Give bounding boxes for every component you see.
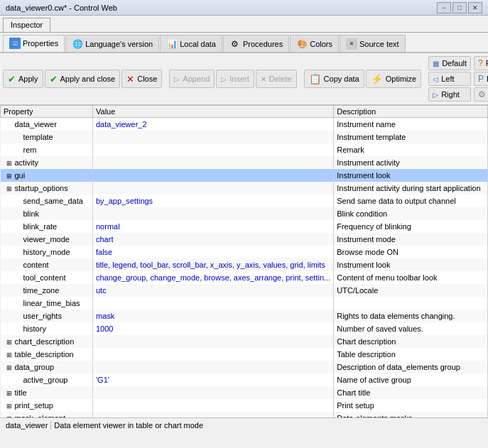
table-row[interactable]: active_group'G1'Name of active group xyxy=(1,373,488,386)
value-cell[interactable] xyxy=(93,361,334,373)
value-cell[interactable] xyxy=(93,386,334,399)
expand-icon[interactable]: ⊞ xyxy=(6,351,15,359)
value-cell[interactable] xyxy=(93,131,334,143)
property-cell: ⊞startup_options xyxy=(1,182,93,195)
right-icon: ▷ xyxy=(433,91,438,99)
table-row[interactable]: time_zoneutcUTC/Locale xyxy=(1,284,488,297)
tab-local-data[interactable]: 📊 Local data xyxy=(160,35,222,52)
tab-source[interactable]: ≡ Source text xyxy=(340,35,406,52)
description-cell: Name of active group xyxy=(334,373,488,386)
value-cell[interactable]: by_app_settings xyxy=(93,195,334,207)
expand-icon[interactable]: ⊞ xyxy=(6,173,15,180)
table-row[interactable]: ⊞print_setupPrint setup xyxy=(1,399,488,412)
table-row[interactable]: viewer_modechartInstrument mode xyxy=(1,233,488,246)
tab-language[interactable]: 🌐 Language's version xyxy=(65,35,159,52)
table-row[interactable]: ⊞table_descriptionTable description xyxy=(1,348,488,361)
value-cell[interactable] xyxy=(93,169,334,182)
property-cell: ⊞chart_description xyxy=(1,335,93,348)
apply-close-check-icon: ✔ xyxy=(50,74,58,84)
settings-button[interactable]: ⚙ Settings xyxy=(474,87,488,102)
default-button[interactable]: ▦ Default xyxy=(428,56,471,70)
table-row[interactable]: ⊞startup_optionsInstrument activity duri… xyxy=(1,182,488,195)
inspector-tab[interactable]: Inspector xyxy=(3,18,50,32)
table-row[interactable]: ⊞mask_elementData-elements masks xyxy=(1,412,488,418)
value-cell[interactable] xyxy=(93,399,334,412)
table-row[interactable]: blinkBlink condition xyxy=(1,207,488,220)
value-cell[interactable] xyxy=(93,143,334,156)
expand-icon[interactable]: ⊞ xyxy=(6,364,15,371)
value-cell[interactable]: normal xyxy=(93,220,334,233)
tab-colors[interactable]: 🎨 Colors xyxy=(290,35,339,52)
value-cell[interactable]: utc xyxy=(93,284,334,297)
value-cell[interactable] xyxy=(93,297,334,310)
value-cell[interactable]: data_viewer_2 xyxy=(93,118,334,131)
append-button[interactable]: ▷ Append xyxy=(169,70,215,88)
title-bar: data_viewer0.cw* - Control Web − □ ✕ xyxy=(0,0,488,16)
value-cell[interactable]: change_group, change_mode, browse, axes_… xyxy=(93,271,334,284)
description-cell: Print setup xyxy=(334,399,488,412)
optimize-button[interactable]: ⚡ Optimize xyxy=(366,70,421,88)
expand-icon[interactable]: ⊞ xyxy=(6,185,15,192)
maximize-button[interactable]: □ xyxy=(452,2,467,13)
value-cell[interactable]: false xyxy=(93,246,334,258)
table-row[interactable]: templateInstrument template xyxy=(1,131,488,143)
left-button[interactable]: ◁ Left xyxy=(428,72,471,86)
table-row[interactable]: ⊞guiInstrument look xyxy=(1,169,488,182)
table-row[interactable]: user_rightsmaskRights to data elements c… xyxy=(1,310,488,322)
table-row[interactable]: ⊞activityInstrument activity xyxy=(1,156,488,169)
value-cell[interactable] xyxy=(93,182,334,195)
apply-button[interactable]: ✔ Apply xyxy=(3,70,43,88)
value-cell[interactable] xyxy=(93,207,334,220)
value-cell[interactable] xyxy=(93,156,334,169)
close-button[interactable]: ✕ xyxy=(468,2,482,13)
value-cell[interactable]: 1000 xyxy=(93,322,334,335)
table-row[interactable]: ⊞data_groupDescription of data_elements … xyxy=(1,361,488,373)
description-cell: Description of data_elements group xyxy=(334,361,488,373)
value-cell[interactable]: 'G1' xyxy=(93,373,334,386)
property-name: time_zone xyxy=(23,286,60,295)
value-cell[interactable] xyxy=(93,335,334,348)
table-row[interactable]: linear_time_bias xyxy=(1,297,488,310)
table-row[interactable]: history1000Number of saved values. xyxy=(1,322,488,335)
right-button[interactable]: ▷ Right xyxy=(428,87,471,102)
close-action-button[interactable]: ✕ Close xyxy=(121,70,162,88)
expand-icon[interactable]: ⊞ xyxy=(6,403,15,410)
insert-button[interactable]: ▷ Insert xyxy=(216,70,254,88)
value-cell[interactable]: chart xyxy=(93,233,334,246)
value-cell[interactable] xyxy=(93,348,334,361)
table-row[interactable]: send_same_databy_app_settingsSend same d… xyxy=(1,195,488,207)
copy-data-label: Copy data xyxy=(324,75,359,83)
tab-procedures[interactable]: ⚙ Procedures xyxy=(223,35,289,52)
expand-icon[interactable]: ⊞ xyxy=(6,390,15,397)
minimize-button[interactable]: − xyxy=(437,2,451,13)
table-row[interactable]: blink_ratenormalFrequency of blinking xyxy=(1,220,488,233)
table-row[interactable]: tool_contentchange_group, change_mode, b… xyxy=(1,271,488,284)
property-cell: ⊞activity xyxy=(1,156,93,169)
delete-button[interactable]: ✕ Delete xyxy=(256,70,297,88)
copy-data-button[interactable]: 📋 Copy data xyxy=(304,70,364,88)
toolbar: ✔ Apply ✔ Apply and close ✕ Close ▷ Appe… xyxy=(0,53,488,105)
expand-icon[interactable]: ⊞ xyxy=(6,339,15,346)
value-cell[interactable]: title, legend, tool_bar, scroll_bar, x_a… xyxy=(93,258,334,271)
reference-button[interactable]: ? Reference xyxy=(474,56,488,70)
proc-icon: ⚙ xyxy=(229,38,241,50)
copy-icon: 📋 xyxy=(309,73,321,84)
table-row[interactable]: remRemark xyxy=(1,143,488,156)
property-name: data_viewer xyxy=(15,120,57,129)
property-name: user_rights xyxy=(23,312,62,320)
procedures2-button[interactable]: P Procedures xyxy=(474,72,488,86)
property-cell: user_rights xyxy=(1,310,93,322)
lang-icon: 🌐 xyxy=(72,38,83,50)
tab-properties[interactable]: ☑ Properties xyxy=(3,35,65,52)
apply-close-button[interactable]: ✔ Apply and close xyxy=(45,70,121,88)
property-cell: blink_rate xyxy=(1,220,93,233)
expand-icon[interactable]: ⊞ xyxy=(6,160,15,167)
value-cell[interactable] xyxy=(93,412,334,418)
table-row[interactable]: history_modefalseBrowse mode ON xyxy=(1,246,488,258)
table-row[interactable]: contenttitle, legend, tool_bar, scroll_b… xyxy=(1,258,488,271)
expand-icon[interactable]: ⊞ xyxy=(6,415,15,418)
value-cell[interactable]: mask xyxy=(93,310,334,322)
table-row[interactable]: ⊞chart_descriptionChart description xyxy=(1,335,488,348)
table-row[interactable]: ⊞titleChart title xyxy=(1,386,488,399)
table-row[interactable]: data_viewerdata_viewer_2Instrument name xyxy=(1,118,488,131)
